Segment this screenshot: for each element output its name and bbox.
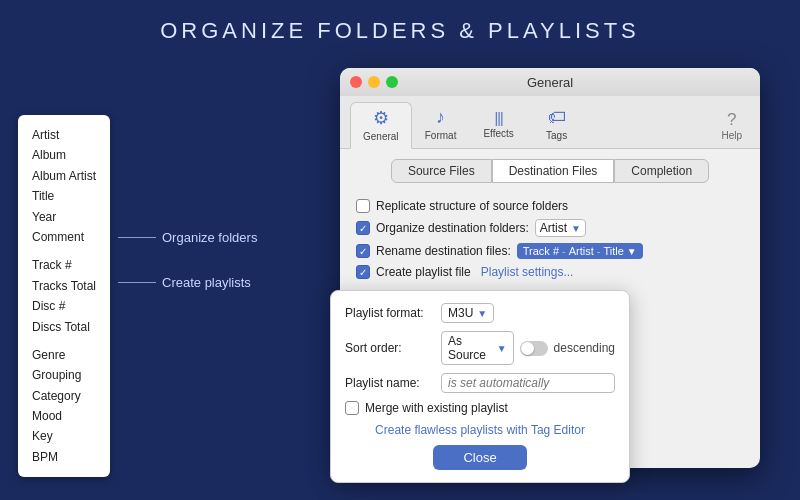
tag-icon: 🏷 bbox=[548, 107, 566, 128]
sidebar-item-comment: Comment bbox=[32, 227, 96, 247]
close-button[interactable] bbox=[350, 76, 362, 88]
chevron-down-icon: ▼ bbox=[571, 223, 581, 234]
sidebar-item-track-num: Track # bbox=[32, 255, 96, 275]
toolbar-item-general[interactable]: ⚙ General bbox=[350, 102, 412, 149]
window-titlebar: General bbox=[340, 68, 760, 96]
sidebar-item-title: Title bbox=[32, 186, 96, 206]
popup-sort-value: As Source bbox=[448, 334, 493, 362]
toggle-knob bbox=[521, 342, 534, 355]
toolbar-label-help: Help bbox=[721, 130, 742, 141]
form-row-rename: ✓ Rename destination files: Track # - Ar… bbox=[356, 243, 744, 259]
toolbar: ⚙ General ♪ Format ||| Effects 🏷 Tags ? … bbox=[340, 96, 760, 149]
popup-format-label: Playlist format: bbox=[345, 306, 435, 320]
sidebar-item-discs-total: Discs Total bbox=[32, 317, 96, 337]
toolbar-item-effects[interactable]: ||| Effects bbox=[470, 106, 528, 145]
popup-format-value: M3U bbox=[448, 306, 473, 320]
gear-icon: ⚙ bbox=[373, 107, 389, 129]
sidebar-item-artist: Artist bbox=[32, 125, 96, 145]
form-row-organize: ✓ Organize destination folders: Artist ▼ bbox=[356, 219, 744, 237]
rename-part-title: Title bbox=[603, 245, 623, 257]
popup-format-select[interactable]: M3U ▼ bbox=[441, 303, 494, 323]
sidebar-item-genre: Genre bbox=[32, 345, 96, 365]
popup-sort-select[interactable]: As Source ▼ bbox=[441, 331, 514, 365]
checkbox-organize[interactable]: ✓ bbox=[356, 221, 370, 235]
minimize-button[interactable] bbox=[368, 76, 380, 88]
sidebar-item-album: Album bbox=[32, 145, 96, 165]
rename-chevron-icon: ▼ bbox=[627, 246, 637, 257]
music-note-icon: ♪ bbox=[436, 107, 445, 128]
annotation-create: Create playlists bbox=[118, 275, 251, 290]
rename-sep-2: - bbox=[597, 245, 601, 257]
popup-row-name: Playlist name: bbox=[345, 373, 615, 393]
sidebar-item-disc-num: Disc # bbox=[32, 296, 96, 316]
toolbar-item-format[interactable]: ♪ Format bbox=[412, 103, 470, 147]
playlist-name-input[interactable] bbox=[441, 373, 615, 393]
label-playlist: Create playlist file bbox=[376, 265, 471, 279]
checkbox-replicate[interactable] bbox=[356, 199, 370, 213]
traffic-lights bbox=[350, 76, 398, 88]
promo-link[interactable]: Create flawless playlists with Tag Edito… bbox=[345, 423, 615, 437]
tab-source[interactable]: Source Files bbox=[391, 159, 492, 183]
annotation-organize: Organize folders bbox=[118, 230, 257, 245]
popup-row-format: Playlist format: M3U ▼ bbox=[345, 303, 615, 323]
playlist-settings-link[interactable]: Playlist settings... bbox=[481, 265, 574, 279]
toolbar-item-tags[interactable]: 🏷 Tags bbox=[528, 103, 586, 147]
rename-sep-1: - bbox=[562, 245, 566, 257]
label-organize: Organize destination folders: bbox=[376, 221, 529, 235]
popup-sort-chevron-icon: ▼ bbox=[497, 343, 507, 354]
rename-part-artist: Artist bbox=[569, 245, 594, 257]
rename-field[interactable]: Track # - Artist - Title ▼ bbox=[517, 243, 643, 259]
tab-destination[interactable]: Destination Files bbox=[492, 159, 615, 183]
descending-label: descending bbox=[554, 341, 615, 355]
sidebar-item-tracks-total: Tracks Total bbox=[32, 276, 96, 296]
sidebar-item-key: Key bbox=[32, 426, 96, 446]
sidebar-item-year: Year bbox=[32, 207, 96, 227]
popup-row-sort: Sort order: As Source ▼ descending bbox=[345, 331, 615, 365]
close-button-popup[interactable]: Close bbox=[433, 445, 526, 470]
toolbar-label-format: Format bbox=[425, 130, 457, 141]
sidebar-item-category: Category bbox=[32, 386, 96, 406]
sidebar-item-bpm: BPM bbox=[32, 447, 96, 467]
toolbar-label-tags: Tags bbox=[546, 130, 567, 141]
equalizer-icon: ||| bbox=[495, 110, 503, 126]
select-organize[interactable]: Artist ▼ bbox=[535, 219, 586, 237]
tab-completion[interactable]: Completion bbox=[614, 159, 709, 183]
popup-name-label: Playlist name: bbox=[345, 376, 435, 390]
toolbar-help[interactable]: ? Help bbox=[713, 106, 750, 145]
popup-format-chevron-icon: ▼ bbox=[477, 308, 487, 319]
checkbox-merge[interactable] bbox=[345, 401, 359, 415]
popup-sort-label: Sort order: bbox=[345, 341, 435, 355]
checkbox-playlist[interactable]: ✓ bbox=[356, 265, 370, 279]
popup-row-merge: Merge with existing playlist bbox=[345, 401, 615, 415]
rename-part-tracknum: Track # bbox=[523, 245, 559, 257]
popup-merge-label: Merge with existing playlist bbox=[365, 401, 508, 415]
descending-toggle[interactable] bbox=[520, 341, 548, 356]
checkbox-rename[interactable]: ✓ bbox=[356, 244, 370, 258]
window-title: General bbox=[527, 75, 573, 90]
sidebar-item-mood: Mood bbox=[32, 406, 96, 426]
annotation-organize-label: Organize folders bbox=[162, 230, 257, 245]
form-row-playlist: ✓ Create playlist file Playlist settings… bbox=[356, 265, 744, 279]
annotation-create-label: Create playlists bbox=[162, 275, 251, 290]
select-organize-value: Artist bbox=[540, 221, 567, 235]
page-title: ORGANIZE FOLDERS & PLAYLISTS bbox=[0, 0, 800, 54]
maximize-button[interactable] bbox=[386, 76, 398, 88]
label-rename: Rename destination files: bbox=[376, 244, 511, 258]
sidebar-item-album-artist: Album Artist bbox=[32, 166, 96, 186]
popup-panel: Playlist format: M3U ▼ Sort order: As So… bbox=[330, 290, 630, 483]
toolbar-label-general: General bbox=[363, 131, 399, 142]
help-icon: ? bbox=[727, 110, 736, 130]
label-replicate: Replicate structure of source folders bbox=[376, 199, 568, 213]
toolbar-label-effects: Effects bbox=[483, 128, 513, 139]
tab-bar: Source Files Destination Files Completio… bbox=[340, 149, 760, 189]
sidebar: Artist Album Album Artist Title Year Com… bbox=[18, 115, 110, 477]
form-row-replicate: Replicate structure of source folders bbox=[356, 199, 744, 213]
arrow-line-2 bbox=[118, 282, 156, 283]
arrow-line bbox=[118, 237, 156, 238]
sidebar-item-grouping: Grouping bbox=[32, 365, 96, 385]
